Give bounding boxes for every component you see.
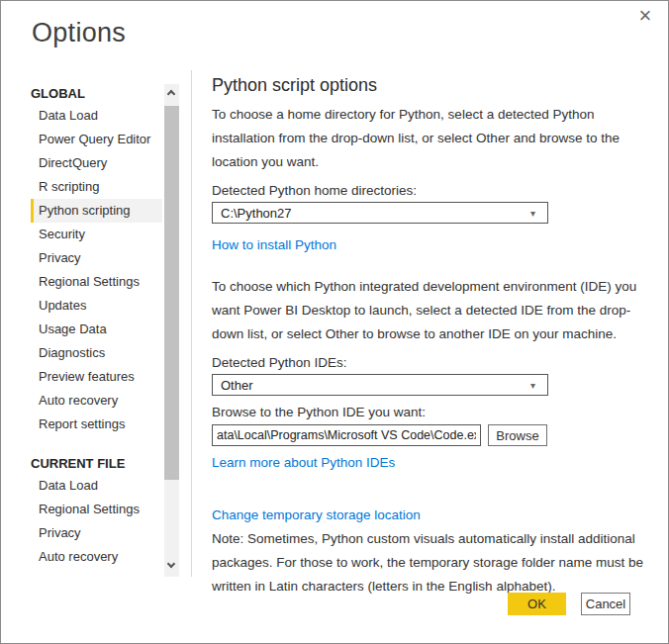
home-directories-value: C:\Python27 (221, 206, 530, 221)
page-title: Python script options (212, 75, 659, 96)
sidebar-scrollbar[interactable] (164, 84, 179, 577)
sidebar-item-regional-settings[interactable]: Regional Settings (31, 270, 162, 294)
scroll-up-icon[interactable] (164, 86, 179, 102)
scroll-down-icon[interactable] (164, 559, 179, 575)
options-sidebar: GLOBAL Data Load Power Query Editor Dire… (31, 84, 162, 569)
dropdown-caret-icon: ▾ (530, 208, 535, 219)
sidebar-item-directquery[interactable]: DirectQuery (31, 151, 162, 175)
detected-ides-label: Detected Python IDEs: (212, 355, 659, 370)
chevron-down-icon (167, 560, 175, 568)
sidebar-item-privacy[interactable]: Privacy (31, 246, 162, 270)
browse-button[interactable]: Browse (488, 424, 547, 446)
sidebar-item-data-load[interactable]: Data Load (31, 104, 162, 128)
sidebar-item-python-scripting[interactable]: Python scripting (31, 199, 162, 223)
sidebar-item-diagnostics[interactable]: Diagnostics (31, 341, 162, 365)
scrollbar-thumb[interactable] (164, 106, 179, 480)
close-icon[interactable]: × (632, 3, 658, 29)
sidebar-item-security[interactable]: Security (31, 223, 162, 246)
sidebar-section-global: GLOBAL (31, 84, 162, 104)
learn-more-python-ides-link[interactable]: Learn more about Python IDEs (212, 455, 395, 470)
change-temp-storage-link[interactable]: Change temporary storage location (212, 507, 421, 522)
sidebar-item-power-query-editor[interactable]: Power Query Editor (31, 128, 162, 151)
sidebar-item-r-scripting[interactable]: R scripting (31, 175, 162, 199)
sidebar-item-cf-regional-settings[interactable]: Regional Settings (31, 498, 162, 521)
chevron-up-icon (167, 90, 175, 98)
browse-ide-label: Browse to the Python IDE you want: (212, 405, 659, 419)
options-dialog: Options × GLOBAL Data Load Power Query E… (0, 0, 669, 644)
sidebar-divider (191, 70, 192, 577)
detected-ides-value: Other (221, 378, 530, 393)
home-directory-description: To choose a home directory for Python, s… (212, 103, 659, 174)
ide-description: To choose which Python integrated develo… (212, 275, 659, 346)
dropdown-caret-icon: ▾ (530, 380, 535, 391)
storage-note: Note: Sometimes, Python custom visuals a… (212, 527, 659, 598)
sidebar-item-cf-data-load[interactable]: Data Load (31, 474, 162, 498)
sidebar-item-report-settings[interactable]: Report settings (31, 413, 162, 436)
sidebar-item-cf-privacy[interactable]: Privacy (31, 521, 162, 545)
ide-path-input[interactable] (212, 424, 481, 446)
cancel-button[interactable]: Cancel (581, 593, 630, 615)
detected-ides-dropdown[interactable]: Other ▾ (212, 374, 548, 396)
sidebar-section-current-file: CURRENT FILE (31, 454, 162, 474)
home-directories-label: Detected Python home directories: (212, 183, 659, 198)
ok-button[interactable]: OK (508, 593, 566, 615)
python-script-options-panel: Python script options To choose a home d… (212, 70, 659, 598)
dialog-title: Options (32, 18, 126, 48)
sidebar-item-usage-data[interactable]: Usage Data (31, 318, 162, 341)
how-to-install-python-link[interactable]: How to install Python (212, 237, 336, 252)
sidebar-item-auto-recovery[interactable]: Auto recovery (31, 389, 162, 413)
browse-row: Browse (212, 424, 659, 446)
sidebar-item-cf-auto-recovery[interactable]: Auto recovery (31, 545, 162, 569)
sidebar-item-preview-features[interactable]: Preview features (31, 365, 162, 389)
home-directories-dropdown[interactable]: C:\Python27 ▾ (212, 202, 548, 224)
sidebar-item-updates[interactable]: Updates (31, 294, 162, 318)
